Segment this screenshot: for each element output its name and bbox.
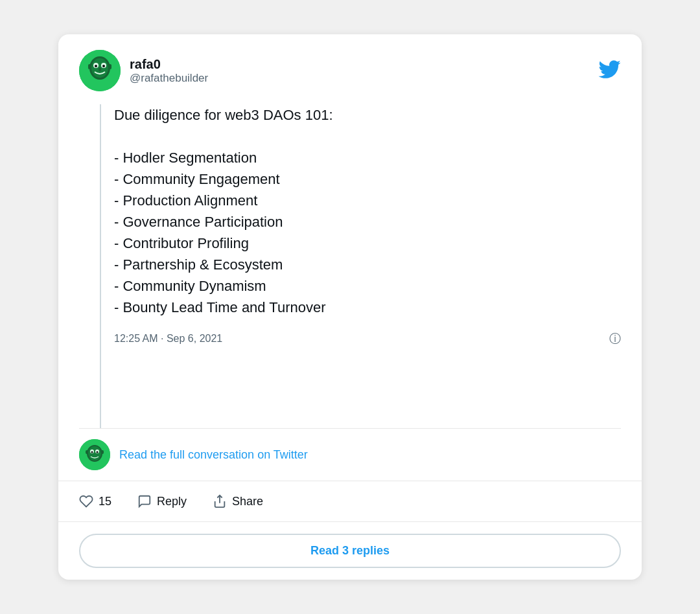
- tweet-text: Due diligence for web3 DAOs 101: - Hodle…: [114, 104, 621, 318]
- svg-point-7: [99, 67, 101, 71]
- svg-rect-9: [108, 64, 111, 69]
- tweet-line-3: - Community Engagement: [114, 171, 280, 187]
- like-button[interactable]: 15: [79, 490, 111, 512]
- conversation-row: Read the full conversation on Twitter: [58, 429, 642, 481]
- tweet-body: rafa0 @rafathebuilder Due diligence for …: [58, 34, 642, 428]
- tweet-content-wrapper: Due diligence for web3 DAOs 101: - Hodle…: [79, 104, 621, 428]
- reply-label: Reply: [157, 495, 187, 508]
- avatar[interactable]: [79, 50, 121, 91]
- svg-point-5: [95, 65, 97, 67]
- svg-point-6: [102, 65, 105, 67]
- thread-line: [100, 104, 101, 428]
- svg-rect-17: [86, 450, 88, 454]
- read-replies-row: Read 3 replies: [58, 522, 642, 580]
- reply-button[interactable]: Reply: [137, 490, 187, 512]
- thread-line-column: [79, 104, 101, 428]
- tweet-header: rafa0 @rafathebuilder: [79, 50, 621, 91]
- svg-point-16: [97, 451, 99, 453]
- read-full-conversation-link[interactable]: Read the full conversation on Twitter: [119, 448, 308, 462]
- share-button[interactable]: Share: [213, 490, 263, 512]
- like-count: 15: [99, 495, 111, 508]
- tweet-line-6: - Contributor Profiling: [114, 235, 249, 251]
- tweet-text-area: Due diligence for web3 DAOs 101: - Hodle…: [114, 104, 621, 428]
- tweet-line-1: Due diligence for web3 DAOs 101:: [114, 107, 333, 123]
- reply-icon: [137, 494, 152, 508]
- tweet-line-7: - Partnership & Ecosystem: [114, 256, 283, 273]
- conversation-avatar: [79, 439, 110, 470]
- tweet-timestamp: 12:25 AM · Sep 6, 2021: [114, 333, 222, 345]
- share-label: Share: [232, 495, 263, 508]
- svg-point-15: [91, 451, 93, 453]
- actions-row: 15 Reply Share: [58, 481, 642, 522]
- tweet-line-9: - Bounty Lead Time and Turnover: [114, 299, 326, 315]
- read-replies-button[interactable]: Read 3 replies: [79, 534, 621, 568]
- user-handle: @rafathebuilder: [130, 72, 208, 85]
- tweet-line-8: - Community Dynamism: [114, 278, 266, 294]
- tweet-timestamp-row: 12:25 AM · Sep 6, 2021 ⓘ: [114, 331, 621, 347]
- username: rafa0: [130, 57, 208, 72]
- svg-rect-18: [101, 450, 104, 454]
- share-icon: [213, 494, 227, 508]
- info-icon[interactable]: ⓘ: [609, 331, 621, 347]
- tweet-line-5: - Governance Participation: [114, 214, 283, 230]
- tweet-line-2: - Hodler Segmentation: [114, 150, 257, 166]
- svg-rect-8: [88, 64, 91, 69]
- heart-icon: [79, 494, 93, 508]
- tweet-line-4: - Production Alignment: [114, 192, 257, 209]
- user-info: rafa0 @rafathebuilder: [130, 57, 208, 85]
- twitter-bird-icon: [598, 58, 621, 84]
- tweet-card: rafa0 @rafathebuilder Due diligence for …: [58, 34, 642, 580]
- tweet-header-left: rafa0 @rafathebuilder: [79, 50, 208, 91]
